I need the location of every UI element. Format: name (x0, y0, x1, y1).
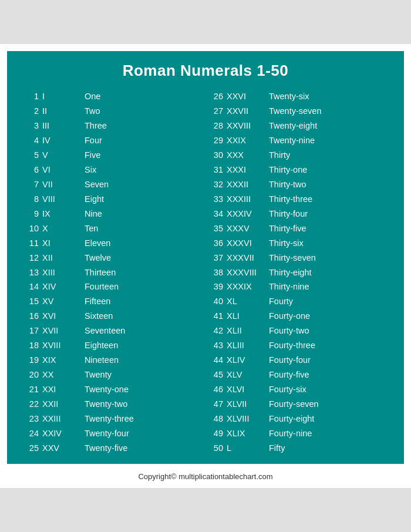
number: 44 (206, 353, 223, 368)
english-word: Thirty-seven (269, 251, 390, 265)
english-word: Thirty-six (269, 236, 390, 251)
roman-numeral: XXIII (42, 412, 85, 426)
number: 29 (206, 133, 223, 148)
roman-numeral: XIX (42, 353, 85, 368)
roman-numeral: XXII (42, 397, 85, 412)
table-row: 22 XXII Twenty-two (21, 397, 206, 412)
roman-numeral: XLII (227, 324, 269, 338)
number: 4 (21, 133, 39, 148)
table-row: 12 XII Twelve (21, 251, 206, 265)
english-word: Eleven (85, 236, 206, 251)
roman-numeral: XL (227, 294, 269, 309)
english-word: Thirty-five (269, 221, 390, 236)
table-row: 10 X Ten (21, 221, 206, 236)
table-row: 43 XLIII Fourty-three (206, 338, 390, 353)
roman-numeral: XI (42, 236, 85, 251)
roman-numeral: XXXI (227, 163, 269, 177)
number: 26 (206, 89, 223, 104)
number: 47 (206, 397, 223, 412)
roman-numeral: XIV (42, 280, 85, 294)
roman-numeral: V (42, 148, 85, 163)
table-row: 48 XLVIII Fourty-eight (206, 412, 390, 426)
english-word: Four (85, 133, 206, 148)
card: Roman Numerals 1-50 1 I One 2 II Two 3 I… (0, 44, 411, 487)
number: 8 (21, 192, 39, 207)
number: 46 (206, 382, 223, 397)
table-row: 21 XXI Twenty-one (21, 382, 206, 397)
english-word: Fourty-eight (269, 412, 390, 426)
number: 45 (206, 368, 223, 382)
english-word: Twenty-nine (269, 133, 390, 148)
english-word: Sixteen (85, 309, 206, 324)
number: 43 (206, 338, 223, 353)
english-word: Twenty-two (85, 397, 206, 412)
table-row: 37 XXXVII Thirty-seven (206, 251, 390, 265)
number: 14 (21, 280, 39, 294)
table-row: 19 XIX Nineteen (21, 353, 206, 368)
number: 17 (21, 324, 39, 338)
english-word: Thirty (269, 148, 390, 163)
table-row: 3 III Three (21, 119, 206, 133)
number: 15 (21, 294, 39, 309)
english-word: Twenty (85, 368, 206, 382)
english-word: Thirteen (85, 265, 206, 280)
roman-numeral: XXVIII (227, 119, 269, 133)
roman-numeral: XVI (42, 309, 85, 324)
inner-container: Roman Numerals 1-50 1 I One 2 II Two 3 I… (7, 51, 404, 463)
table-row: 41 XLI Fourty-one (206, 309, 390, 324)
roman-numeral: IX (42, 207, 85, 221)
table-row: 36 XXXVI Thirty-six (206, 236, 390, 251)
number: 24 (21, 426, 39, 441)
number: 39 (206, 280, 223, 294)
number: 30 (206, 148, 223, 163)
english-word: Twenty-six (269, 89, 390, 104)
table-row: 49 XLIX Fourty-nine (206, 426, 390, 441)
table-row: 25 XXV Twenty-five (21, 441, 206, 456)
table-row: 5 V Five (21, 148, 206, 163)
number: 37 (206, 251, 223, 265)
number: 25 (21, 441, 39, 456)
table-row: 47 XLVII Fourty-seven (206, 397, 390, 412)
english-word: Fourty (269, 294, 390, 309)
roman-numeral: XXXV (227, 221, 269, 236)
number: 50 (206, 441, 223, 456)
english-word: Fourty-three (269, 338, 390, 353)
english-word: Fourteen (85, 280, 206, 294)
roman-numeral: XVIII (42, 338, 85, 353)
roman-numeral: XLIII (227, 338, 269, 353)
number: 7 (21, 177, 39, 192)
table-row: 42 XLII Fourty-two (206, 324, 390, 338)
roman-numeral: IV (42, 133, 85, 148)
table-row: 4 IV Four (21, 133, 206, 148)
roman-numeral: XLIX (227, 426, 269, 441)
roman-numeral: XLVII (227, 397, 269, 412)
number: 12 (21, 251, 39, 265)
table-row: 44 XLIV Fourty-four (206, 353, 390, 368)
roman-numeral: XXXIII (227, 192, 269, 207)
roman-numeral: XXX (227, 148, 269, 163)
english-word: Thirty-one (269, 163, 390, 177)
roman-numeral: III (42, 119, 85, 133)
number: 10 (21, 221, 39, 236)
roman-numeral: XLIV (227, 353, 269, 368)
number: 18 (21, 338, 39, 353)
table-row: 34 XXXIV Thirty-four (206, 207, 390, 221)
number: 40 (206, 294, 223, 309)
table-row: 35 XXXV Thirty-five (206, 221, 390, 236)
english-word: Fourty-seven (269, 397, 390, 412)
table-row: 17 XVII Seventeen (21, 324, 206, 338)
table-row: 29 XXIX Twenty-nine (206, 133, 390, 148)
table-row: 20 XX Twenty (21, 368, 206, 382)
right-column: 26 XXVI Twenty-six 27 XXVII Twenty-seven… (206, 89, 390, 455)
roman-numeral: VI (42, 163, 85, 177)
table-row: 13 XIII Thirteen (21, 265, 206, 280)
roman-numeral: XX (42, 368, 85, 382)
table-row: 24 XXIV Twenty-four (21, 426, 206, 441)
number: 20 (21, 368, 39, 382)
number: 5 (21, 148, 39, 163)
roman-numeral: XLV (227, 368, 269, 382)
table-row: 31 XXXI Thirty-one (206, 163, 390, 177)
english-word: Twenty-one (85, 382, 206, 397)
english-word: Thirty-four (269, 207, 390, 221)
roman-numeral: XII (42, 251, 85, 265)
